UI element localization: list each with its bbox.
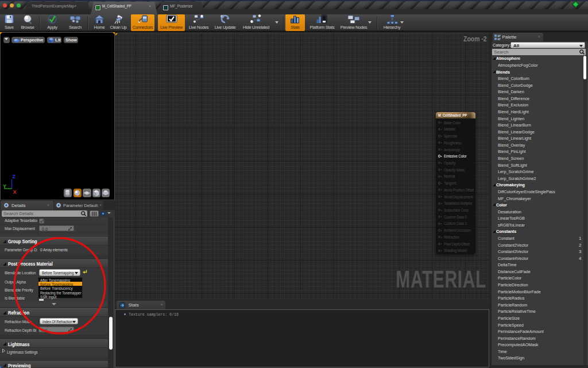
svg-text:X: X (13, 189, 17, 194)
svg-text:Z: Z (13, 174, 16, 179)
svg-text:Y: Y (3, 183, 6, 189)
